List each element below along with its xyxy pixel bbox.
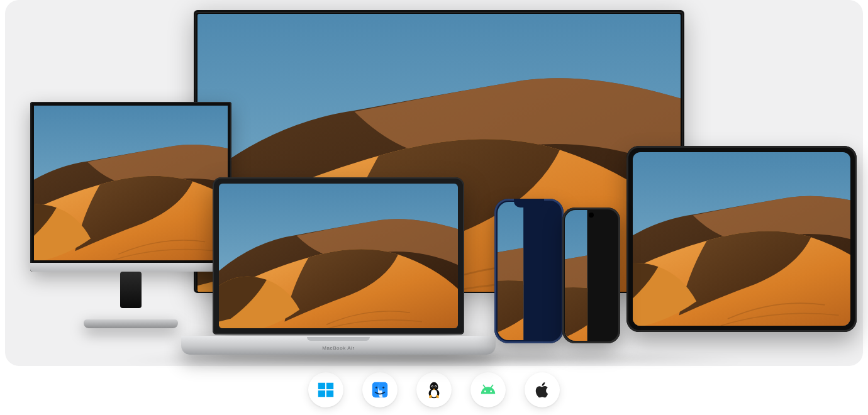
- svg-rect-1: [318, 383, 325, 389]
- android-icon: [479, 380, 498, 399]
- platform-windows: [308, 372, 343, 407]
- svg-point-15: [484, 390, 486, 392]
- svg-line-18: [491, 385, 493, 388]
- phone-punch-hole: [589, 213, 594, 218]
- platform-android: [470, 372, 506, 407]
- tablet-screen: [633, 152, 850, 326]
- device-laptop: MacBook Air: [181, 177, 496, 355]
- device-showcase-stage: MacBook Air: [5, 0, 863, 366]
- svg-point-6: [376, 387, 377, 389]
- device-tablet: [626, 146, 857, 332]
- svg-line-17: [484, 385, 486, 388]
- svg-point-13: [432, 386, 433, 387]
- svg-point-16: [490, 390, 492, 392]
- device-phone-2: [562, 208, 620, 343]
- phone-2-screen: [565, 210, 618, 341]
- device-phone-1: [494, 199, 564, 343]
- svg-point-14: [435, 386, 436, 387]
- platform-linux: [416, 372, 452, 407]
- svg-rect-2: [326, 383, 333, 389]
- apple-icon: [533, 380, 552, 399]
- phone-notch: [514, 199, 544, 208]
- laptop-brand-label: MacBook Air: [181, 345, 496, 351]
- platform-icon-row: [0, 372, 868, 407]
- svg-point-7: [382, 387, 384, 389]
- phone-1-screen: [498, 202, 560, 340]
- finder-icon: [370, 380, 389, 399]
- svg-rect-3: [318, 390, 325, 397]
- tux-icon: [425, 380, 443, 399]
- platform-ios: [525, 372, 560, 407]
- platform-macos: [362, 372, 398, 407]
- svg-rect-4: [326, 390, 333, 397]
- windows-icon: [316, 380, 335, 399]
- laptop-screen: [219, 184, 458, 328]
